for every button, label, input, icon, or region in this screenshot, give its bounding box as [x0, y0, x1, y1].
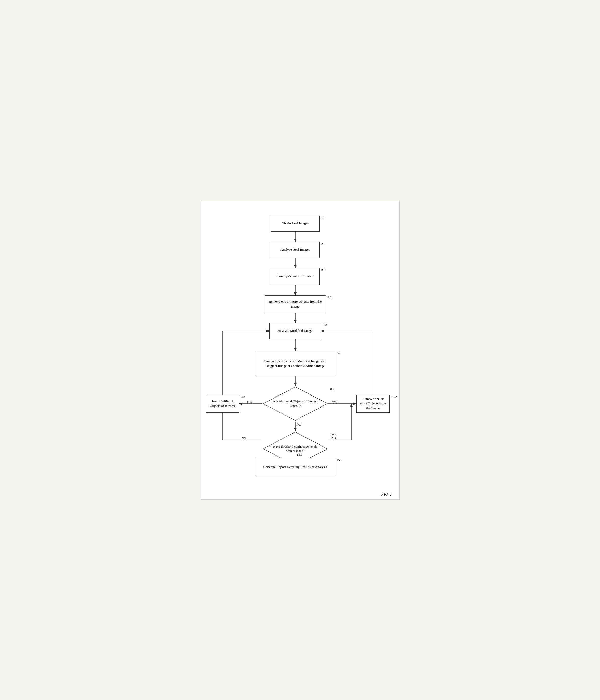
step-3-box: Identify Objects of Interest	[271, 268, 320, 285]
step-15-num: 15.2	[336, 458, 343, 462]
flowchart: Obtain Real Images 1.2 Analyze Real Imag…	[206, 208, 394, 489]
no-down-label: NO	[297, 423, 301, 427]
step-2-num: 2.2	[321, 242, 325, 246]
step-14-label: Have threshold confidence levels been re…	[262, 431, 328, 467]
step-9-box: Insert Artificial Objects of Interest	[206, 395, 239, 412]
step-1-label: Obtain Real Images	[281, 221, 309, 226]
step-8-diamond: Are additional Objects of Interest Prese…	[262, 386, 328, 422]
step-7-box: Compare Parameters of Modified Image wit…	[256, 351, 335, 376]
step-14-diamond: Have threshold confidence levels been re…	[262, 431, 328, 467]
step-10-label: Remove one or more Objects from the Imag…	[359, 397, 388, 410]
step-8-num: 8.2	[330, 387, 334, 391]
step-4-box: Remove one or more Objects from the Imag…	[265, 295, 326, 313]
step-10-box: Remove one or more Objects from the Imag…	[356, 395, 390, 412]
yes-left-label: YES	[247, 400, 252, 404]
step-8-label: Are additional Objects of Interest Prese…	[262, 386, 328, 422]
step-7-num: 7.2	[336, 351, 341, 355]
step-9-num: 9.2	[241, 395, 245, 399]
step-14-num: 14.2	[330, 432, 336, 436]
yes-right-label: YES	[332, 400, 338, 404]
step-4-label: Remove one or more Objects from the Imag…	[267, 299, 324, 308]
step-3-label: Identify Objects of Interest	[277, 274, 314, 279]
step-1-num: 1.2	[321, 216, 325, 220]
no-right-label: NO	[331, 436, 336, 440]
step-2-label: Analyze Real Images	[280, 247, 310, 252]
no-left-label: NO	[242, 436, 246, 440]
fig-label: FIG. 2	[381, 493, 392, 497]
step-6-num: 6.2	[323, 323, 327, 327]
step-2-box: Analyze Real Images	[271, 242, 320, 258]
diagram-container: Obtain Real Images 1.2 Analyze Real Imag…	[201, 201, 400, 500]
step-4-num: 4.2	[328, 295, 332, 299]
step-9-label: Insert Artificial Objects of Interest	[208, 399, 237, 408]
step-10-num: 10.2	[391, 395, 397, 399]
step-6-box: Analyze Modified Image	[269, 323, 321, 339]
step-3-num: 3.3	[321, 268, 325, 272]
step-6-label: Analyze Modified Image	[278, 328, 312, 333]
step-1-box: Obtain Real Images	[271, 216, 320, 231]
step-7-label: Compare Parameters of Modified Image wit…	[258, 359, 332, 368]
